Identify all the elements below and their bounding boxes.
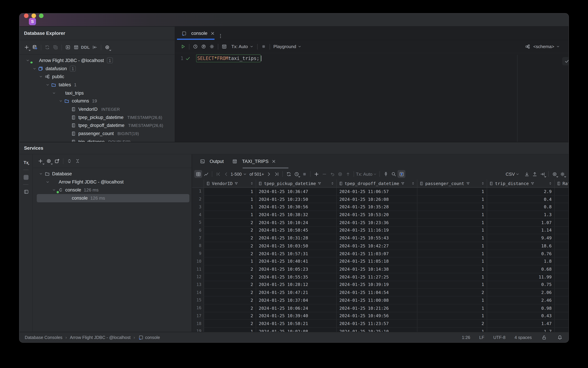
table-cell[interactable]: 1.07 [487, 219, 555, 226]
table-cell[interactable]: 2024-01-25 11:05:18 [337, 258, 417, 265]
tree-item[interactable]: undefined console 126 ms [37, 194, 189, 202]
table-cell[interactable]: 2024-01-25 10:38:32 [256, 211, 337, 219]
table-cell[interactable]: 2024-01-25 10:05:23 [256, 265, 337, 273]
table-cell[interactable]: 2024-01-25 10:14:38 [337, 265, 417, 273]
table-cell[interactable]: 1 [204, 188, 256, 195]
caret-position[interactable]: 1:26 [462, 335, 470, 340]
table-cell[interactable]: 1.47 [487, 320, 555, 327]
add-datasource-button[interactable] [23, 43, 31, 52]
table-cell[interactable]: 1 [417, 304, 487, 312]
table-cell[interactable]: 2024-01-25 10:37:04 [256, 296, 337, 304]
project-avatar[interactable]: S [29, 18, 36, 25]
table-cell[interactable]: 1 [417, 188, 487, 195]
first-page-icon[interactable] [214, 170, 222, 178]
new-console-icon[interactable] [53, 157, 61, 165]
table-cell[interactable]: 2024-01-25 10:28:12 [256, 281, 337, 288]
table-row[interactable]: 1122024-01-25 10:05:232024-01-25 10:14:3… [192, 265, 569, 273]
tab-taxi-trips[interactable]: TAXI_TRIPS [227, 154, 281, 168]
playground-select[interactable]: Playground [274, 44, 296, 49]
table-cell[interactable] [554, 265, 569, 273]
table-cell[interactable]: 1 [204, 195, 256, 203]
filter-funnel-icon[interactable] [317, 181, 322, 186]
chevron-down-icon[interactable] [249, 44, 254, 49]
zoom-window-button[interactable] [39, 14, 43, 18]
grid-view-icon[interactable] [194, 170, 202, 178]
table-cell[interactable] [554, 289, 569, 296]
table-row[interactable]: 1522024-01-25 10:37:042024-01-25 11:00:0… [192, 296, 569, 304]
table-row[interactable]: 412024-01-25 10:38:322024-01-25 10:53:20… [192, 211, 569, 219]
refresh-icon[interactable] [43, 43, 52, 52]
table-cell[interactable]: 2024-01-25 10:06:24 [256, 304, 337, 312]
duplicate-icon[interactable] [52, 43, 60, 52]
table-cell[interactable]: 1.8 [487, 258, 555, 265]
table-cell[interactable]: 2024-01-25 10:42:27 [337, 242, 417, 249]
table-cell[interactable]: 2024-01-25 10:55:35 [256, 273, 337, 281]
history-clock-icon[interactable] [191, 43, 200, 51]
table-cell[interactable]: 2.06 [487, 289, 555, 296]
table-cell[interactable]: 1 [417, 211, 487, 219]
table-cell[interactable] [554, 258, 569, 265]
table-cell[interactable]: 0.4 [487, 195, 555, 203]
tree-item[interactable]: passenger_count BIGINT(19) [19, 130, 175, 138]
sql-editor[interactable]: 1 SELECT * FROM taxi_trips; [175, 55, 569, 142]
grid-body[interactable]: 112024-01-25 10:36:472024-01-25 11:06:57… [192, 188, 569, 333]
chevron-down-icon[interactable] [58, 99, 63, 103]
reload-icon[interactable] [285, 170, 293, 178]
tree-item[interactable]: columns 19 [19, 97, 175, 105]
add-row-icon[interactable] [312, 170, 320, 178]
table-row[interactable]: 1422024-01-25 10:47:212024-01-25 11:04:5… [192, 289, 569, 297]
table-cell[interactable]: 2024-01-25 10:55:43 [337, 234, 417, 242]
line-separator[interactable]: LF [479, 335, 484, 340]
table-row[interactable]: 312024-01-25 10:30:562024-01-25 10:35:28… [192, 203, 569, 211]
ddl-button[interactable]: DDL [80, 45, 91, 50]
tx-mode-select[interactable]: Tx: Auto [231, 44, 248, 49]
table-cell[interactable]: 2024-01-25 10:03:50 [256, 242, 337, 249]
table-cell[interactable]: 18.6 [487, 242, 555, 249]
table-row[interactable]: 1722024-01-25 10:39:402024-01-25 10:49:5… [192, 312, 569, 320]
tree-item[interactable]: Database [33, 170, 192, 178]
notifications-bell-icon[interactable] [556, 334, 563, 341]
table-cell[interactable]: 2024-01-25 10:36:47 [256, 188, 337, 195]
table-cell[interactable]: 2 [204, 312, 256, 320]
table-cell[interactable]: 11.99 [487, 273, 555, 281]
last-page-icon[interactable] [273, 170, 280, 178]
table-row[interactable]: 1322024-01-25 10:28:122024-01-25 10:39:1… [192, 281, 569, 289]
previous-page-icon[interactable] [222, 170, 230, 178]
page-range-select[interactable]: 1-500 [231, 172, 242, 176]
table-cell[interactable]: 1 [417, 281, 487, 288]
filter-funnel-icon[interactable] [530, 181, 535, 186]
jump-to-source-icon[interactable] [91, 43, 99, 52]
table-cell[interactable] [554, 188, 569, 195]
chevron-down-icon[interactable] [297, 44, 302, 49]
add-service-button[interactable] [36, 157, 45, 165]
tab-output[interactable]: Output [195, 154, 227, 168]
tree-item[interactable]: console 126 ms [33, 186, 192, 194]
table-cell[interactable] [554, 296, 569, 304]
table-row[interactable]: 212024-01-25 10:23:502024-01-25 10:26:08… [192, 195, 569, 203]
table-cell[interactable]: 0.76 [487, 250, 555, 258]
table-cell[interactable]: 2 [417, 289, 487, 296]
table-cell[interactable]: 2 [204, 320, 256, 327]
locate-object-icon[interactable] [103, 43, 111, 52]
table-cell[interactable] [554, 195, 569, 203]
table-row[interactable]: 622024-01-25 10:58:452024-01-25 11:16:19… [192, 227, 569, 234]
expand-all-icon[interactable] [65, 157, 73, 165]
table-cell[interactable] [554, 227, 569, 234]
locate-icon[interactable] [45, 157, 53, 165]
table-cell[interactable]: 2024-01-25 10:49:56 [337, 312, 417, 320]
table-cell[interactable] [554, 320, 569, 327]
table-cell[interactable]: 2 [204, 234, 256, 242]
sort-icon[interactable] [330, 181, 334, 185]
close-tab-icon[interactable] [271, 158, 277, 164]
table-cell[interactable] [554, 211, 569, 219]
table-cell[interactable]: 1.14 [487, 227, 555, 234]
collapse-all-icon[interactable] [73, 157, 82, 165]
chevron-down-icon[interactable] [38, 75, 44, 79]
table-cell[interactable]: 2 [204, 281, 256, 288]
table-row[interactable]: 112024-01-25 10:36:472024-01-25 11:06:57… [192, 188, 569, 195]
table-cell[interactable]: 2 [204, 296, 256, 304]
table-cell[interactable]: 1 [417, 203, 487, 211]
table-cell[interactable]: 1 [417, 234, 487, 242]
table-cell[interactable]: 2 [204, 227, 256, 234]
chevron-down-icon[interactable] [25, 58, 30, 62]
